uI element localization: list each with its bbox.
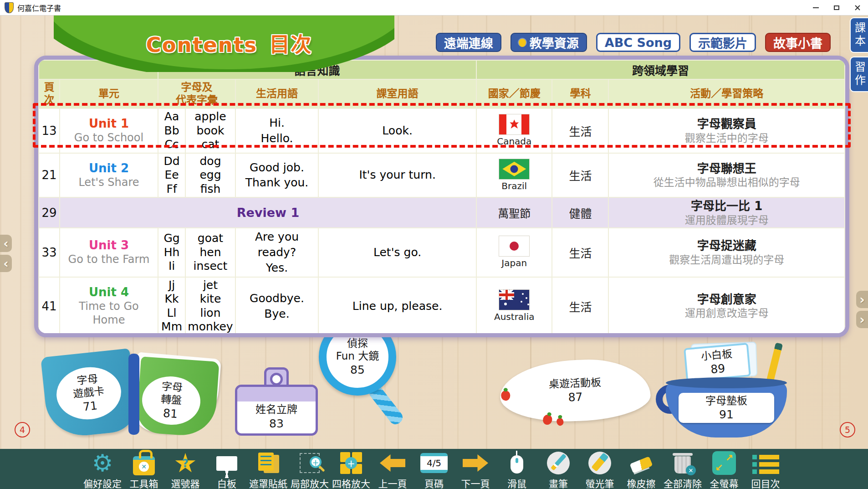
page-indicator: 4/5: [419, 450, 449, 476]
abc-song-button[interactable]: ABC Song: [596, 33, 680, 52]
next-page-button[interactable]: 下一頁: [458, 450, 493, 489]
page-number-button[interactable]: 4/5 頁碼: [416, 450, 452, 489]
strawberry-icon: [542, 414, 553, 426]
unit-subtitle: Go to the Farm: [62, 252, 156, 266]
mouse-mode-button[interactable]: 滑鼠: [499, 450, 535, 489]
quad-zoom-button[interactable]: ＋ 四格放大: [333, 450, 369, 489]
area-zoom-button[interactable]: ＋ 局部放大: [292, 450, 327, 489]
next-page-edge-button[interactable]: ›: [856, 311, 868, 328]
brazil-flag-icon: [499, 159, 529, 179]
col-header-letters: 字母及 代表字彙: [158, 79, 235, 108]
close-button[interactable]: [847, 0, 868, 15]
window-controls: [805, 0, 868, 15]
toc-row-unit3[interactable]: 33 Unit 3Go to the Farm Gg Hh Ii goat he…: [39, 228, 845, 277]
eraser-button[interactable]: 橡皮擦: [623, 450, 659, 489]
toc-row-review1[interactable]: 29 Review 1 萬聖節 健體 字母比一比 1運用肢體展現字母: [39, 197, 845, 228]
quad-magnifier-icon: ＋: [336, 450, 366, 476]
minimize-icon: [813, 7, 819, 8]
toolbox-button[interactable]: ✕ 工具箱: [126, 450, 162, 489]
whiteboard-button[interactable]: 白板: [209, 450, 245, 489]
number-picker-button[interactable]: ★? 選號器: [168, 450, 203, 489]
fullscreen-button[interactable]: ↗↙ 全螢幕: [706, 450, 742, 489]
back-to-toc-button[interactable]: 回目次: [748, 450, 783, 489]
unit-subtitle: Time to Go Home: [62, 299, 156, 327]
fullscreen-icon: ↗↙: [709, 450, 739, 476]
remote-connect-button[interactable]: 遠端連線: [436, 33, 501, 52]
highlighter-button[interactable]: 螢光筆: [582, 450, 618, 489]
sticky-notes-icon: [253, 450, 283, 476]
next-page-edge-button[interactable]: ›: [856, 291, 868, 308]
col-header-life-phrases: 生活用語: [235, 79, 318, 108]
review-title: Review 1: [60, 197, 476, 228]
bottom-toolbar: ⚙ 偏好設定 ✕ 工具箱 ★? 選號器 白板 遮罩貼紙 ＋ 局部放大 ＋ 四格放…: [0, 449, 868, 489]
page-title: Contents目次: [129, 28, 329, 58]
sticker-small-whiteboard[interactable]: 小白板 89: [684, 343, 751, 382]
col-header-subject: 學科: [552, 79, 608, 108]
japan-flag-icon: [499, 236, 529, 256]
gear-icon: ⚙: [87, 450, 117, 476]
toc-row-unit1[interactable]: 13 Unit 1Go to School Aa Bb Cc apple boo…: [39, 108, 845, 153]
demo-video-button[interactable]: 示範影片: [689, 33, 756, 52]
sticker-letter-mat[interactable]: 字母墊板 91: [679, 393, 774, 423]
clear-all-button[interactable]: ✕ 全部清除: [665, 450, 700, 489]
name-plate-body: 姓名立牌 83: [235, 385, 318, 436]
toc-row-unit4[interactable]: 41 Unit 4Time to Go Home Jj Kk Ll Mm jet…: [39, 277, 845, 335]
unit-title: Unit 3: [62, 238, 156, 252]
toolbox-icon: ✕: [129, 450, 159, 476]
window-titlebar: 何嘉仁電子書: [0, 0, 868, 15]
strawberry-icon: [501, 391, 511, 401]
pen-button[interactable]: 畫筆: [541, 450, 576, 489]
strawberry-icon: [556, 417, 564, 426]
edge-nav-left: ‹ ‹: [0, 235, 12, 272]
tab-workbook[interactable]: 習作: [850, 57, 868, 92]
toc-table: 語言知識 跨領域學習 頁次 單元 字母及 代表字彙 生活用語 課室用語 國家／節…: [34, 56, 849, 337]
col-header-classroom-phrases: 課室用語: [318, 79, 476, 108]
mouse-icon: [502, 450, 532, 476]
story-book-button[interactable]: 故事小書: [765, 33, 831, 52]
arrow-right-icon: [460, 450, 490, 476]
page-number-left: 4: [15, 422, 30, 438]
page-title-en: Contents: [146, 33, 257, 57]
unit-title: Unit 2: [62, 161, 156, 175]
page-canvas: Contents目次 遠端連線 教學資源 ABC Song 示範影片 故事小書 …: [0, 15, 868, 449]
app-window: 何嘉仁電子書 Contents目次 遠端連線 教學資源 ABC Song 示範影…: [0, 0, 868, 489]
sticker-letter-game-book[interactable]: 字母 遊戲卡 71 字母 轉盤 81: [45, 352, 227, 441]
canada-flag-icon: [499, 114, 529, 134]
window-title: 何嘉仁電子書: [17, 2, 61, 13]
arrow-left-icon: [378, 450, 408, 476]
maximize-button[interactable]: [826, 0, 847, 15]
area-magnifier-icon: ＋: [295, 450, 325, 476]
sticker-board-game[interactable]: 桌遊活動板 87: [499, 357, 651, 423]
col-header-unit: 單元: [60, 79, 158, 108]
teaching-resources-button[interactable]: 教學資源: [511, 33, 587, 52]
unit-title: Unit 1: [62, 117, 156, 131]
tab-textbook[interactable]: 課本: [850, 17, 868, 53]
close-icon: [854, 5, 861, 11]
app-logo-icon: [5, 2, 14, 13]
toc-row-unit2[interactable]: 21 Unit 2Let's Share Dd Ee Ff dog egg fi…: [39, 153, 845, 198]
col-header-page: 頁次: [39, 79, 60, 108]
eraser-icon: [626, 450, 656, 476]
preferences-button[interactable]: ⚙ 偏好設定: [85, 450, 120, 489]
toc-header-blank: [39, 60, 158, 79]
easel-icon: [212, 450, 242, 476]
trash-icon: ✕: [668, 450, 698, 476]
australia-flag-icon: [499, 290, 529, 310]
unit-title: Unit 4: [62, 285, 156, 299]
header-buttons: 遠端連線 教學資源 ABC Song 示範影片 故事小書: [436, 33, 831, 52]
name-plate-band: [237, 387, 316, 401]
sticker-name-plate[interactable]: 姓名立牌 83: [235, 367, 318, 436]
review-title: Review 2: [60, 335, 476, 338]
star-question-icon: ★?: [170, 450, 200, 476]
toc-row-review2[interactable]: 49 Review 2 聖誕節 健體 字母比一比 2運用肢體展現字母: [39, 335, 845, 338]
page-number-right: 5: [840, 422, 855, 438]
pen-icon: [543, 450, 573, 476]
book-spine: [128, 354, 139, 435]
toc-group-cross-domain: 跨領域學習: [476, 60, 845, 79]
edge-nav-right: › ›: [856, 291, 868, 328]
mask-sticker-button[interactable]: 遮罩貼紙: [250, 450, 286, 489]
prev-page-button[interactable]: 上一頁: [375, 450, 410, 489]
minimize-button[interactable]: [805, 0, 826, 15]
prev-page-edge-button[interactable]: ‹: [0, 255, 12, 272]
prev-page-edge-button[interactable]: ‹: [0, 235, 12, 252]
